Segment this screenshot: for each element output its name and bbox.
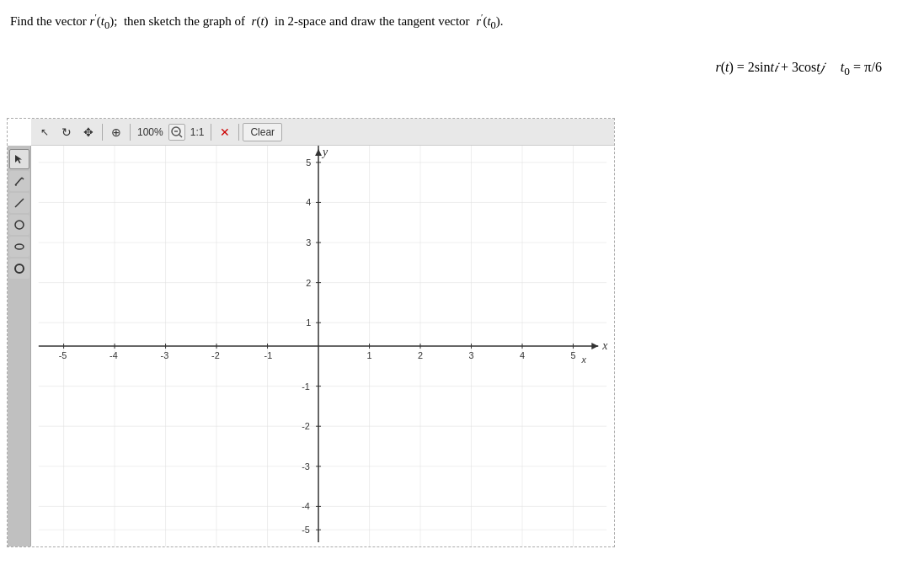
svg-line-5: [22, 178, 24, 179]
svg-marker-34: [315, 149, 322, 156]
instructions-text: Find the vector r′(t0); then sketch the …: [10, 12, 504, 32]
tool-big-circle[interactable]: [9, 259, 29, 279]
tool-circle[interactable]: [9, 215, 29, 235]
svg-text:-1: -1: [302, 381, 310, 392]
graph-svg: x y -5 -4 -3 -2 -1 1 2 3: [31, 146, 614, 546]
svg-text:4: 4: [306, 197, 311, 207]
pan-tool-btn[interactable]: ✥: [78, 122, 99, 142]
cursor-tool-btn[interactable]: ↖: [35, 122, 55, 142]
svg-text:-5: -5: [302, 525, 310, 535]
svg-text:x: x: [580, 354, 586, 365]
svg-point-8: [15, 221, 24, 229]
svg-text:y: y: [321, 146, 328, 158]
svg-text:1: 1: [367, 350, 372, 360]
zoom-ratio: 1:1: [187, 126, 208, 138]
svg-marker-3: [15, 155, 22, 163]
svg-line-4: [15, 178, 22, 185]
clear-button[interactable]: Clear: [243, 123, 282, 141]
svg-text:-2: -2: [302, 421, 310, 431]
tool-ellipse[interactable]: [9, 237, 29, 257]
sep1: [102, 124, 103, 141]
delete-btn[interactable]: ✕: [215, 122, 235, 142]
zoom-out-btn[interactable]: [168, 124, 185, 141]
sep3: [211, 124, 211, 141]
svg-point-9: [15, 244, 24, 249]
tool-line[interactable]: [9, 193, 29, 213]
graph-area[interactable]: x y -5 -4 -3 -2 -1 1 2 3: [31, 146, 614, 546]
svg-text:-3: -3: [302, 461, 310, 472]
drawing-container: ↖ ↻ ✥ ⊕ 100% 1:1 ✕ Clear: [7, 118, 615, 547]
svg-text:2: 2: [418, 350, 423, 360]
sep2: [130, 124, 131, 141]
svg-text:4: 4: [520, 350, 525, 360]
svg-text:x: x: [601, 339, 608, 352]
svg-text:-1: -1: [264, 350, 273, 360]
svg-text:1: 1: [306, 317, 311, 328]
tool-pen[interactable]: [9, 171, 29, 191]
svg-text:-2: -2: [211, 350, 220, 360]
svg-text:5: 5: [571, 350, 576, 360]
svg-line-7: [15, 199, 24, 207]
tool-select[interactable]: [9, 149, 29, 169]
svg-text:3: 3: [306, 237, 311, 248]
tool-panel: [8, 146, 31, 546]
toolbar: ↖ ↻ ✥ ⊕ 100% 1:1 ✕ Clear: [31, 119, 614, 146]
svg-marker-33: [591, 343, 598, 349]
svg-text:-4: -4: [109, 350, 118, 360]
svg-text:3: 3: [469, 350, 474, 360]
formula-display: r(t) = 2sint𝑖 + 3cost𝑗 t0 = π/6: [715, 59, 882, 78]
svg-text:-5: -5: [59, 350, 67, 360]
svg-text:-4: -4: [302, 501, 310, 511]
svg-point-10: [15, 264, 24, 273]
sep4: [238, 124, 239, 141]
svg-text:2: 2: [306, 278, 311, 288]
zoom-level: 100%: [134, 126, 167, 138]
add-point-btn[interactable]: ⊕: [106, 122, 126, 142]
svg-text:5: 5: [306, 157, 311, 168]
rotate-tool-btn[interactable]: ↻: [56, 122, 77, 142]
svg-line-2: [179, 135, 182, 137]
svg-text:-3: -3: [161, 350, 169, 360]
